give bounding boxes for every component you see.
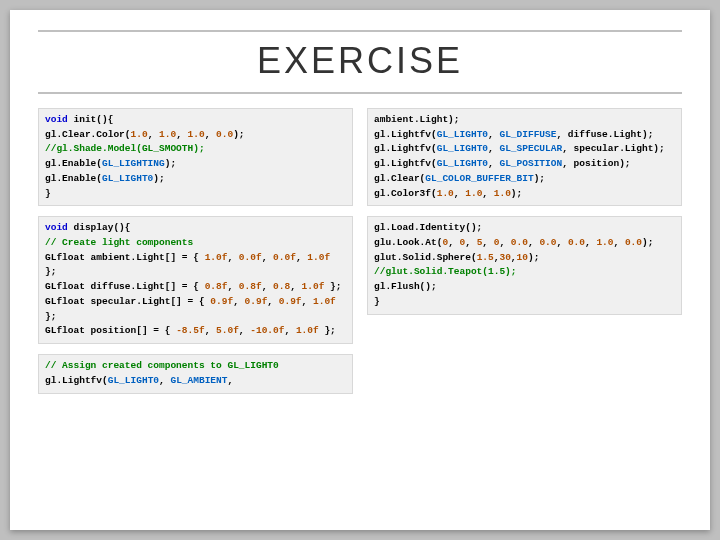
slide: EXERCISE void init(){ gl.Clear.Color(1.0… (10, 10, 710, 530)
call-clearcolor: gl.Clear.Color( (45, 129, 131, 140)
code-draw: gl.Load.Identity(); glu.Look.At(0, 0, 5,… (367, 216, 682, 314)
slide-title: EXERCISE (38, 40, 682, 82)
fn-init: init(){ (68, 114, 114, 125)
comment-shademodel: //gl.Shade.Model(GL_SMOOTH); (45, 143, 205, 154)
fn-display: display(){ (68, 222, 131, 233)
right-column: ambient.Light); gl.Lightfv(GL_LIGHT0, GL… (367, 108, 682, 404)
code-columns: void init(){ gl.Clear.Color(1.0, 1.0, 1.… (38, 108, 682, 404)
comment-assign: // Assign created components to GL_LIGHT… (45, 360, 279, 371)
title-divider: EXERCISE (38, 30, 682, 94)
kw-void: void (45, 114, 68, 125)
code-lightfv: ambient.Light); gl.Lightfv(GL_LIGHT0, GL… (367, 108, 682, 206)
code-init: void init(){ gl.Clear.Color(1.0, 1.0, 1.… (38, 108, 353, 206)
code-display-arrays: void display(){ // Create light componen… (38, 216, 353, 344)
comment-create-light: // Create light components (45, 237, 193, 248)
left-column: void init(){ gl.Clear.Color(1.0, 1.0, 1.… (38, 108, 353, 404)
comment-teapot: //glut.Solid.Teapot(1.5); (374, 266, 517, 277)
code-assign-comment: // Assign created components to GL_LIGHT… (38, 354, 353, 393)
